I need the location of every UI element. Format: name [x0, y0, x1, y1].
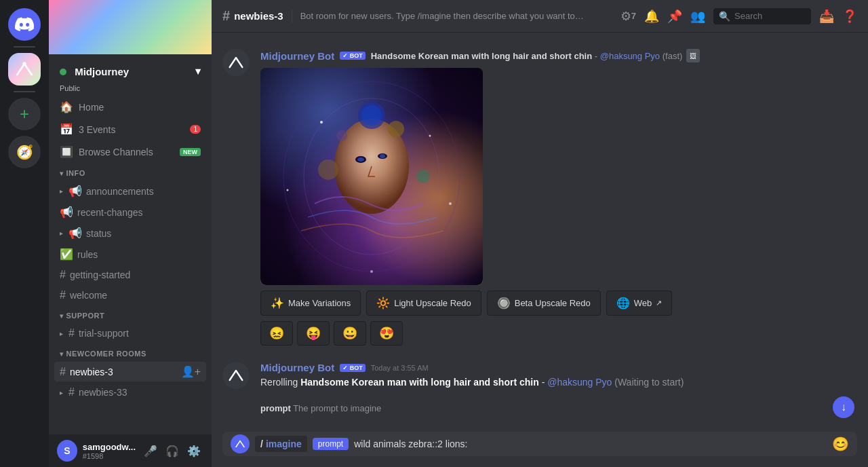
member-icon: ⚙: [620, 9, 631, 24]
external-link-icon: ↗: [656, 299, 662, 307]
svg-point-18: [320, 121, 323, 124]
web-button[interactable]: 🌐 Web ↗: [606, 291, 673, 316]
image-attachment[interactable]: [260, 68, 483, 285]
add-member-icon[interactable]: 👤+: [181, 365, 201, 378]
emoji-button[interactable]: 😊: [832, 436, 849, 452]
svg-point-9: [357, 157, 364, 162]
events-badge: 1: [190, 125, 201, 134]
scroll-to-bottom-button[interactable]: ↓: [833, 396, 854, 418]
category-info[interactable]: INFO: [54, 164, 206, 180]
public-label: Public: [54, 84, 206, 95]
command-name: imagine: [266, 438, 302, 449]
bot-badge-2: ✓ BOT: [340, 364, 366, 372]
messages-area[interactable]: Midjourney Bot ✓ BOT Handsome Korean man…: [212, 33, 868, 424]
search-input[interactable]: [734, 11, 806, 21]
channel-welcome[interactable]: # welcome: [54, 286, 206, 305]
message-row-2: Midjourney Bot ✓ BOT Today at 3:55 AM Re…: [222, 356, 857, 395]
topbar: # newbies-3 Bot room for new users. Type…: [212, 0, 868, 33]
input-avatar: [231, 434, 250, 453]
message-text-2: Rerolling Handsome Korean man with long …: [260, 376, 857, 390]
channel-trial-support[interactable]: ▸ # trial-support: [54, 324, 206, 343]
reaction-1[interactable]: 😖: [260, 321, 293, 345]
prompt-label: prompt: [260, 403, 291, 413]
reaction-2[interactable]: 😝: [297, 321, 330, 345]
member-count[interactable]: ⚙ 7: [620, 9, 636, 24]
channel-label: announcements: [86, 186, 154, 197]
make-variations-button[interactable]: ✨ Make Variations: [260, 291, 361, 316]
nav-browse-channels[interactable]: 🔲 Browse Channels NEW: [54, 141, 206, 162]
hash-icon: #: [60, 289, 66, 301]
inline-msg-text: Handsome Korean man with long hair and s…: [371, 51, 683, 61]
prompt-tag: prompt: [313, 438, 349, 450]
midjourney-server-icon[interactable]: [8, 53, 41, 86]
user-info: samgoodw... #1598: [83, 442, 136, 460]
text-bold: Handsome Korean man with long hair and s…: [300, 377, 539, 388]
web-icon: 🌐: [616, 297, 630, 310]
channel-rules[interactable]: ✅ rules: [54, 244, 206, 264]
explore-icon[interactable]: 🧭: [8, 136, 41, 168]
message-author-1: Midjourney Bot: [260, 50, 334, 62]
user-controls: 🎤 🎧 ⚙️: [141, 441, 203, 460]
announcements-icon: 📢: [68, 185, 82, 198]
message-header-2: Midjourney Bot ✓ BOT Today at 3:55 AM: [260, 362, 857, 373]
svg-point-16: [318, 160, 338, 180]
image-options-icon[interactable]: 🖼: [686, 49, 700, 62]
nav-home[interactable]: 🏠 Home: [54, 96, 206, 117]
settings-button[interactable]: ⚙️: [184, 441, 203, 460]
channel-getting-started[interactable]: # getting-started: [54, 265, 206, 284]
inline-msg-bold: Handsome Korean man with long hair and s…: [371, 51, 592, 61]
message-time-2: Today at 3:55 AM: [371, 364, 429, 372]
category-support[interactable]: SUPPORT: [54, 306, 206, 322]
nav-browse-label: Browse Channels: [79, 147, 153, 157]
light-upscale-redo-button[interactable]: 🔆 Light Upscale Redo: [366, 291, 481, 316]
nav-events[interactable]: 📅 3 Events 1: [54, 119, 206, 140]
svg-point-13: [361, 105, 382, 126]
category-newcomer-rooms[interactable]: NEWCOMER ROOMS: [54, 344, 206, 360]
text-dash: -: [542, 377, 548, 388]
channel-label: newbies-33: [79, 387, 127, 398]
action-buttons: ✨ Make Variations 🔆 Light Upscale Redo 🔘…: [260, 291, 857, 316]
collapse-arrow-icon: ▸: [60, 187, 63, 195]
browse-icon: 🔲: [60, 145, 73, 158]
text-prefix: Rerolling: [260, 377, 300, 388]
web-label: Web: [634, 298, 652, 308]
members-icon[interactable]: 👥: [690, 9, 705, 24]
message-content-2: Midjourney Bot ✓ BOT Today at 3:55 AM Re…: [260, 362, 857, 390]
help-icon[interactable]: ❓: [842, 9, 857, 24]
hash-icon: #: [68, 386, 75, 398]
beta-upscale-redo-button[interactable]: 🔘 Beta Upscale Redo: [487, 291, 601, 316]
channel-status[interactable]: ▸ 📢 status: [54, 223, 206, 243]
server-name[interactable]: Midjourney ▾: [54, 60, 206, 83]
inbox-icon[interactable]: 📥: [819, 9, 834, 24]
channel-announcements[interactable]: ▸ 📢 announcements: [54, 181, 206, 201]
rail-divider: [14, 46, 35, 48]
new-badge: NEW: [180, 148, 201, 156]
deafen-button[interactable]: 🎧: [163, 441, 182, 460]
channel-newbies-3[interactable]: # newbies-3 👤+: [54, 362, 206, 381]
home-icon: 🏠: [60, 100, 73, 113]
svg-point-15: [336, 130, 347, 141]
svg-point-21: [287, 189, 289, 191]
bot-badge-1: ✓ BOT: [340, 52, 366, 60]
server-name-text: Midjourney: [75, 66, 129, 77]
pin-icon[interactable]: 📌: [667, 9, 682, 24]
reaction-3[interactable]: 😀: [334, 321, 366, 345]
nav-events-label: 3 Events: [79, 124, 115, 135]
inline-msg-wrap: Handsome Korean man with long hair and s…: [371, 49, 701, 62]
discord-home-icon[interactable]: [8, 8, 41, 41]
light-upscale-label: Light Upscale Redo: [394, 298, 471, 308]
nav-home-label: Home: [79, 102, 104, 113]
user-area: S samgoodw... #1598 🎤 🎧 ⚙️: [49, 434, 212, 467]
channel-recent-changes[interactable]: 📢 recent-changes: [54, 202, 206, 222]
chat-input-field[interactable]: [354, 438, 827, 449]
add-server-button[interactable]: +: [8, 98, 41, 130]
mute-button[interactable]: 🎤: [141, 441, 160, 460]
search-box[interactable]: 🔍: [713, 8, 811, 24]
channel-newbies-33[interactable]: ▸ # newbies-33: [54, 383, 206, 402]
notifications-icon[interactable]: 🔔: [644, 9, 659, 24]
variations-icon: ✨: [271, 297, 284, 310]
prompt-info: prompt The prompt to imagine: [222, 395, 857, 416]
speed-text: (fast): [663, 51, 683, 61]
message-author-2: Midjourney Bot: [260, 362, 334, 373]
reaction-4[interactable]: 😍: [370, 321, 403, 345]
